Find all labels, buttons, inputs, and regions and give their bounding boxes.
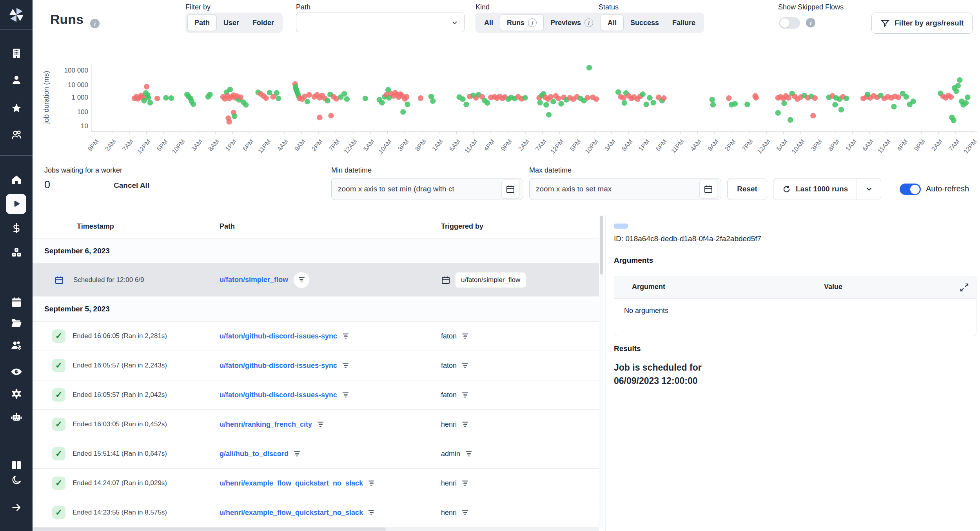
filter-icon[interactable] [343, 363, 348, 368]
run-point-success[interactable] [276, 96, 281, 101]
filter-icon[interactable] [462, 480, 468, 486]
filter-icon[interactable] [368, 510, 374, 515]
windmill-logo[interactable] [0, 0, 33, 30]
scheduled-run-row[interactable]: Scheduled for 12:00 6/9u/faton/simpler_f… [33, 264, 599, 296]
vertical-scrollbar[interactable] [599, 215, 603, 527]
run-point-failure[interactable] [328, 113, 334, 118]
run-point-failure[interactable] [227, 119, 232, 124]
sidebar-item-arrow-right[interactable] [0, 496, 33, 518]
filter-icon[interactable] [368, 480, 374, 486]
run-point-success[interactable] [163, 95, 169, 100]
run-row[interactable]: ✓Ended 14:24:07 (Ran in 0,029s)u/henri/e… [33, 469, 599, 498]
run-point-success[interactable] [965, 95, 970, 100]
run-point-success[interactable] [832, 102, 838, 107]
min-calendar-button[interactable] [501, 180, 519, 198]
reset-button[interactable]: Reset [727, 178, 767, 200]
filter-icon[interactable] [343, 333, 348, 339]
run-point-success[interactable] [838, 107, 844, 112]
run-point-success[interactable] [550, 99, 556, 104]
sidebar-item-eye[interactable] [0, 361, 33, 383]
filter-icon[interactable] [462, 333, 468, 339]
run-point-success[interactable] [622, 100, 627, 105]
run-point-success[interactable] [650, 100, 656, 105]
run-point-success[interactable] [325, 98, 330, 103]
sidebar-item-star[interactable] [0, 97, 33, 119]
run-row[interactable]: ✓Ended 16:06:05 (Ran in 2,281s)u/faton/g… [33, 322, 599, 351]
run-point-failure[interactable] [661, 95, 666, 101]
run-path-link[interactable]: u/faton/github-discord-issues-sync [220, 362, 337, 370]
run-point-success[interactable] [644, 102, 649, 107]
filter-icon[interactable] [294, 451, 300, 456]
run-row[interactable]: ✓Ended 16:05:57 (Ran in 2,243s)u/faton/g… [33, 351, 599, 380]
show-skipped-toggle[interactable] [779, 17, 800, 29]
run-point-failure[interactable] [810, 113, 816, 118]
run-point-failure[interactable] [948, 94, 954, 100]
sidebar-item-building[interactable] [0, 42, 33, 64]
run-point-success[interactable] [227, 87, 233, 92]
filter-by-user[interactable]: User [217, 15, 246, 31]
info-icon[interactable]: i [528, 18, 537, 27]
sidebar-item-dollar[interactable] [0, 217, 33, 239]
run-point-failure[interactable] [238, 95, 243, 100]
last-runs-dropdown[interactable] [857, 178, 881, 200]
min-datetime-input[interactable] [331, 178, 523, 200]
run-point-success[interactable] [305, 99, 310, 104]
run-point-success[interactable] [341, 91, 347, 96]
run-point-failure[interactable] [812, 95, 818, 101]
run-point-failure[interactable] [154, 96, 160, 101]
run-point-failure[interactable] [404, 94, 409, 100]
info-icon[interactable]: i [584, 18, 593, 27]
status-failure[interactable]: Failure [666, 15, 702, 31]
run-path-link[interactable]: u/faton/github-discord-issues-sync [220, 391, 337, 399]
auto-refresh-toggle[interactable] [900, 184, 921, 195]
run-point-success[interactable] [640, 91, 646, 97]
run-point-success[interactable] [710, 97, 715, 102]
run-row[interactable]: ✓Ended 16:03:05 (Ran in 0,452s)u/henri/r… [33, 410, 599, 439]
run-row[interactable]: ✓Ended 16:05:57 (Ran in 2,042s)u/faton/g… [33, 380, 599, 410]
cancel-all-button[interactable]: Cancel All [114, 181, 149, 190]
run-path-link[interactable]: g/all/hub_to_discord [220, 450, 289, 458]
filter-icon[interactable] [462, 392, 468, 398]
run-point-failure[interactable] [418, 95, 423, 101]
kind-previews[interactable]: Previewsi [544, 15, 600, 31]
run-point-success[interactable] [558, 101, 564, 106]
path-select[interactable] [296, 13, 465, 32]
horizontal-scrollbar[interactable] [33, 527, 599, 531]
run-point-failure[interactable] [556, 96, 561, 101]
run-point-success[interactable] [522, 95, 528, 100]
run-point-success[interactable] [647, 95, 652, 100]
run-point-success[interactable] [485, 100, 490, 105]
info-icon[interactable]: i [806, 18, 815, 27]
filter-icon[interactable] [462, 422, 468, 427]
run-row[interactable]: ✓Ended 14:23:55 (Ran in 8,575s)u/henri/e… [33, 498, 599, 527]
status-success[interactable]: Success [624, 15, 666, 31]
sidebar-item-gear[interactable] [0, 383, 33, 405]
run-point-success[interactable] [400, 109, 406, 115]
run-point-success[interactable] [169, 95, 174, 101]
sidebar-item-home[interactable] [0, 169, 33, 191]
run-point-success[interactable] [463, 102, 469, 107]
sidebar-item-folder[interactable] [0, 312, 33, 334]
run-point-success[interactable] [363, 96, 368, 101]
run-point-success[interactable] [904, 94, 909, 100]
run-point-success[interactable] [844, 96, 849, 101]
filter-icon[interactable] [462, 510, 468, 515]
sidebar-item-user-group-gear[interactable] [0, 335, 33, 356]
run-path-link[interactable]: u/faton/github-discord-issues-sync [220, 332, 337, 340]
sidebar-item-cubes[interactable] [0, 242, 33, 264]
run-path-link[interactable]: u/henri/example_flow_quickstart_no_slack [220, 509, 363, 517]
max-datetime-input[interactable] [529, 178, 721, 200]
run-point-success[interactable] [543, 102, 549, 107]
run-point-success[interactable] [232, 113, 237, 119]
sidebar-item-users[interactable] [0, 124, 33, 146]
run-point-success[interactable] [744, 102, 750, 107]
run-point-success[interactable] [274, 90, 279, 96]
run-point-success[interactable] [865, 92, 870, 97]
run-point-success[interactable] [732, 101, 738, 106]
sidebar-item-robot[interactable] [0, 406, 33, 428]
run-point-success[interactable] [207, 92, 212, 97]
run-path-link[interactable]: u/henri/example_flow_quickstart_no_slack [220, 479, 363, 487]
run-point-success[interactable] [147, 100, 153, 105]
run-point-success[interactable] [910, 98, 916, 104]
run-point-failure[interactable] [584, 95, 590, 100]
